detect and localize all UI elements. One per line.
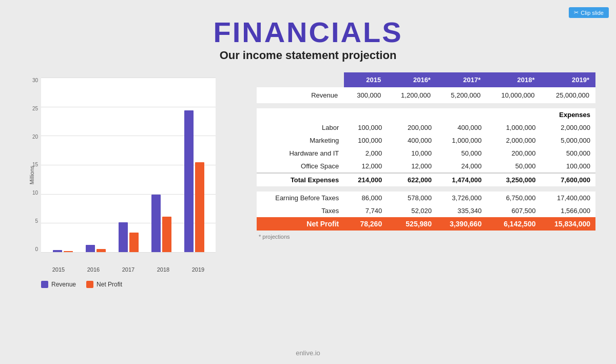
hardware-it-label: Hardware and IT (257, 147, 344, 160)
x-label-2018: 2018 (146, 266, 181, 273)
bar-group-2015 (46, 250, 79, 252)
labor-2016: 200,000 (387, 121, 437, 134)
x-label-2017: 2017 (111, 266, 146, 273)
ebt-2015: 86,000 (344, 191, 387, 204)
col-header-2017: 2017* (437, 72, 487, 87)
chart-legend: Revenue Net Profit (41, 281, 122, 288)
ebt-2019: 17,400,000 (541, 191, 595, 204)
revenue-2019: 25,000,000 (541, 87, 595, 103)
total-expenses-2015: 214,000 (344, 173, 387, 186)
y-label-10: 10 (32, 190, 38, 196)
bar-group-2018 (145, 195, 178, 252)
x-labels: 2015 2016 2017 2018 2019 (41, 266, 216, 273)
table-header-row: 2015 2016* 2017* 2018* 2019* (257, 72, 595, 87)
y-axis-labels: 30 25 20 15 10 5 0 (21, 78, 40, 252)
bar-group-2016 (79, 245, 112, 252)
col-header-2015: 2015 (344, 72, 387, 87)
page: ✂ Clip slide FINANCIALS Our income state… (0, 0, 616, 364)
col-header-empty (257, 72, 344, 87)
total-expenses-label: Total Expenses (257, 173, 344, 186)
chart-wrapper: Millions 30 25 20 15 10 5 0 (21, 72, 221, 278)
labor-2015: 100,000 (344, 121, 387, 134)
revenue-2017: 5,200,000 (437, 87, 487, 103)
revenue-2018: 10,000,000 (487, 87, 541, 103)
hardware-it-row: Hardware and IT 2,000 10,000 50,000 200,… (257, 147, 595, 160)
bar-2017-revenue (119, 222, 128, 252)
page-header: FINANCIALS Our income statement projecti… (213, 15, 402, 62)
col-header-2018: 2018* (487, 72, 541, 87)
legend-revenue: Revenue (41, 281, 76, 288)
taxes-row: Taxes 7,740 52,020 335,340 607,500 1,566… (257, 204, 595, 217)
net-profit-2016: 525,980 (387, 217, 437, 231)
legend-profit-label: Net Profit (97, 281, 122, 288)
hardware-it-2015: 2,000 (344, 147, 387, 160)
taxes-label: Taxes (257, 204, 344, 217)
y-label-15: 15 (32, 162, 38, 167)
total-expenses-2016: 622,000 (387, 173, 437, 186)
ebt-row: Earning Before Taxes 86,000 578,000 3,72… (257, 191, 595, 204)
x-label-2015: 2015 (41, 266, 76, 273)
office-space-2015: 12,000 (344, 160, 387, 173)
marketing-2016: 400,000 (387, 134, 437, 147)
expenses-header-row: Expenses (257, 108, 595, 121)
marketing-2019: 5,000,000 (541, 134, 595, 147)
total-expenses-2018: 3,250,000 (487, 173, 541, 186)
labor-2019: 2,000,000 (541, 121, 595, 134)
y-label-30: 30 (32, 78, 38, 83)
content-area: Millions 30 25 20 15 10 5 0 (0, 72, 616, 288)
hardware-it-2017: 50,000 (437, 147, 487, 160)
total-expenses-2017: 1,474,000 (437, 173, 487, 186)
legend-profit-box (86, 281, 93, 288)
labor-row: Labor 100,000 200,000 400,000 1,000,000 … (257, 121, 595, 134)
bars-container (41, 78, 216, 252)
office-space-row: Office Space 12,000 12,000 24,000 50,000… (257, 160, 595, 173)
y-label-20: 20 (32, 134, 38, 140)
chart-section: Millions 30 25 20 15 10 5 0 (21, 72, 241, 288)
bar-2016-profit (97, 249, 106, 252)
bar-2015-revenue (53, 250, 62, 252)
clip-icon: ✂ (574, 9, 579, 16)
ebt-label: Earning Before Taxes (257, 191, 344, 204)
labor-2018: 1,000,000 (487, 121, 541, 134)
bar-2019-profit (195, 162, 204, 252)
x-label-2016: 2016 (76, 266, 111, 273)
net-profit-2015: 78,260 (344, 217, 387, 231)
taxes-2018: 607,500 (487, 204, 541, 217)
labor-2017: 400,000 (437, 121, 487, 134)
taxes-2017: 335,340 (437, 204, 487, 217)
legend-net-profit: Net Profit (86, 281, 122, 288)
net-profit-2017: 3,390,660 (437, 217, 487, 231)
marketing-2018: 2,000,000 (487, 134, 541, 147)
office-space-2019: 100,000 (541, 160, 595, 173)
marketing-2015: 100,000 (344, 134, 387, 147)
y-label-25: 25 (32, 106, 38, 111)
spacer-1 (257, 103, 595, 108)
net-profit-label: Net Profit (257, 217, 344, 231)
net-profit-2019: 15,834,000 (541, 217, 595, 231)
y-label-5: 5 (35, 218, 38, 224)
marketing-2017: 1,000,000 (437, 134, 487, 147)
ebt-2018: 6,750,000 (487, 191, 541, 204)
marketing-row: Marketing 100,000 400,000 1,000,000 2,00… (257, 134, 595, 147)
hardware-it-2018: 200,000 (487, 147, 541, 160)
clip-slide-button[interactable]: ✂ Clip slide (569, 7, 609, 18)
hardware-it-2019: 500,000 (541, 147, 595, 160)
spacer-2 (257, 186, 595, 191)
ebt-2017: 3,726,000 (437, 191, 487, 204)
net-profit-2018: 6,142,500 (487, 217, 541, 231)
bar-2016-revenue (86, 245, 95, 252)
y-label-0: 0 (35, 246, 38, 252)
table-section: 2015 2016* 2017* 2018* 2019* Revenue 300… (257, 72, 595, 240)
page-subtitle: Our income statement projection (213, 49, 402, 62)
financials-table: 2015 2016* 2017* 2018* 2019* Revenue 300… (257, 72, 595, 231)
bar-group-2017 (112, 222, 145, 252)
office-space-2018: 50,000 (487, 160, 541, 173)
col-header-2019: 2019* (541, 72, 595, 87)
x-label-2019: 2019 (181, 266, 216, 273)
hardware-it-2016: 10,000 (387, 147, 437, 160)
bar-2017-profit (129, 233, 139, 252)
legend-revenue-label: Revenue (51, 281, 76, 288)
expenses-header-cell: Expenses (257, 108, 595, 121)
page-title: FINANCIALS (213, 15, 402, 49)
office-space-label: Office Space (257, 160, 344, 173)
